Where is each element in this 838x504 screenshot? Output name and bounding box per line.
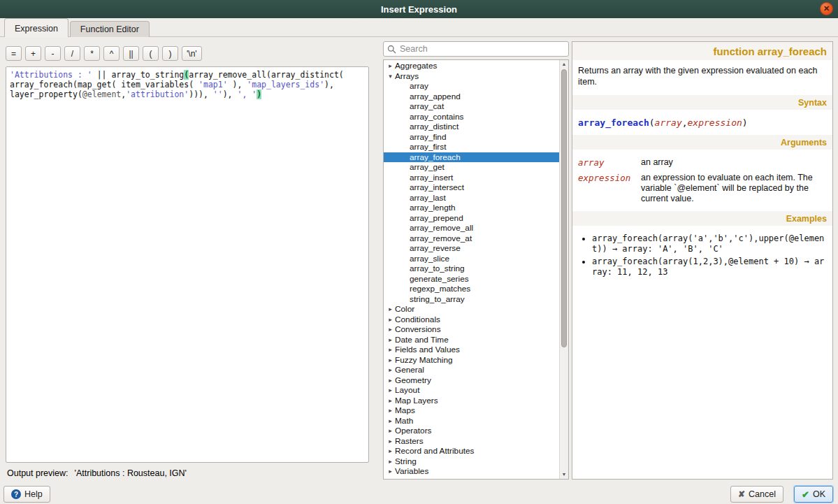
help-button[interactable]: ? Help xyxy=(3,486,50,503)
tree-group-layout[interactable]: ▸Layout xyxy=(384,385,559,396)
chevron-right-icon[interactable]: ▸ xyxy=(386,357,395,363)
cancel-icon: ✘ xyxy=(738,489,745,499)
function-item-array-append[interactable]: array_append xyxy=(384,92,559,102)
tree-group-variables[interactable]: ▸Variables xyxy=(384,466,559,477)
tree-group-fields-and-values[interactable]: ▸Fields and Values xyxy=(384,345,559,355)
operator-button[interactable]: ) xyxy=(162,46,178,61)
tree-label: array_prepend xyxy=(410,213,463,223)
tree-group-conditionals[interactable]: ▸Conditionals xyxy=(384,315,559,325)
chevron-right-icon[interactable]: ▸ xyxy=(386,468,395,475)
function-item-array-cat[interactable]: array_cat xyxy=(384,101,559,112)
tree-label: array_find xyxy=(410,132,446,142)
tree-label: array_remove_all xyxy=(410,223,473,233)
function-item-array[interactable]: array xyxy=(384,81,559,92)
scroll-up-icon[interactable]: ▲ xyxy=(560,60,568,69)
function-tree: ▸Aggregates▾Arraysarrayarray_appendarray… xyxy=(383,59,569,480)
tree-group-date-and-time[interactable]: ▸Date and Time xyxy=(384,335,559,345)
operator-button[interactable]: '\n' xyxy=(182,46,202,61)
function-item-array-first[interactable]: array_first xyxy=(384,142,559,152)
tree-label: Map Layers xyxy=(395,396,438,405)
chevron-right-icon[interactable]: ▸ xyxy=(386,478,395,480)
function-item-array-foreach[interactable]: array_foreach xyxy=(384,152,559,163)
chevron-right-icon[interactable]: ▸ xyxy=(386,458,395,465)
expression-editor[interactable]: 'Attributions : ' || array_to_string(arr… xyxy=(6,66,369,463)
chevron-right-icon[interactable]: ▸ xyxy=(386,336,395,343)
chevron-right-icon[interactable]: ▸ xyxy=(386,62,395,69)
chevron-right-icon[interactable]: ▸ xyxy=(386,447,395,454)
syntax-function-name: array_foreach xyxy=(578,117,649,128)
cancel-button[interactable]: ✘ Cancel xyxy=(730,486,783,503)
window-titlebar: Insert Expression ✕ xyxy=(0,0,838,18)
operator-button[interactable]: ( xyxy=(143,46,159,61)
function-item-array-intersect[interactable]: array_intersect xyxy=(384,182,559,193)
function-item-array-slice[interactable]: array_slice xyxy=(384,254,559,264)
tree-group-conversions[interactable]: ▸Conversions xyxy=(384,324,559,335)
chevron-right-icon[interactable]: ▸ xyxy=(386,417,395,424)
function-item-array-find[interactable]: array_find xyxy=(384,132,559,143)
window-close-button[interactable]: ✕ xyxy=(820,2,833,15)
tree-group-aggregates[interactable]: ▸Aggregates xyxy=(384,61,559,71)
function-item-array-last[interactable]: array_last xyxy=(384,193,559,203)
tree-group-general[interactable]: ▸General xyxy=(384,365,559,375)
operator-button[interactable]: || xyxy=(123,46,139,61)
tree-group-map-layers[interactable]: ▸Map Layers xyxy=(384,396,559,406)
search-input[interactable] xyxy=(400,44,565,54)
chevron-right-icon[interactable]: ▸ xyxy=(386,427,395,434)
ok-button-label: OK xyxy=(813,489,825,499)
output-preview: Output preview:'Attributions : Rousteau,… xyxy=(7,468,187,478)
tree-scrollbar[interactable]: ▲ ▼ xyxy=(559,60,568,479)
tree-group-maps[interactable]: ▸Maps xyxy=(384,405,559,416)
function-item-regexp-matches[interactable]: regexp_matches xyxy=(384,284,559,294)
ok-button[interactable]: ✔ OK xyxy=(794,486,833,503)
help-description: Returns an array with the given expressi… xyxy=(572,60,832,89)
tree-group-fuzzy-matching[interactable]: ▸Fuzzy Matching xyxy=(384,355,559,366)
chevron-right-icon[interactable]: ▸ xyxy=(386,316,395,323)
operator-button[interactable]: ^ xyxy=(103,46,120,61)
code-line: array_foreach(map_get( item_variables( '… xyxy=(10,80,365,89)
chevron-right-icon[interactable]: ▸ xyxy=(386,366,395,373)
tree-label: array_slice xyxy=(410,254,449,264)
function-item-array-remove-all[interactable]: array_remove_all xyxy=(384,223,559,233)
chevron-down-icon[interactable]: ▾ xyxy=(386,73,395,80)
operator-button[interactable]: / xyxy=(64,46,80,61)
tree-group-geometry[interactable]: ▸Geometry xyxy=(384,375,559,386)
function-item-array-to-string[interactable]: array_to_string xyxy=(384,264,559,274)
tab-function-editor[interactable]: Function Editor xyxy=(70,21,150,37)
operator-button[interactable]: * xyxy=(84,46,100,61)
operator-button[interactable]: = xyxy=(6,46,22,61)
function-item-array-insert[interactable]: array_insert xyxy=(384,173,559,183)
chevron-right-icon[interactable]: ▸ xyxy=(386,377,395,384)
scroll-down-icon[interactable]: ▼ xyxy=(560,470,568,479)
function-item-array-remove-at[interactable]: array_remove_at xyxy=(384,233,559,244)
tree-group-string[interactable]: ▸String xyxy=(384,456,559,467)
function-item-array-length[interactable]: array_length xyxy=(384,203,559,213)
operator-button[interactable]: + xyxy=(25,46,41,61)
chevron-right-icon[interactable]: ▸ xyxy=(386,438,395,445)
tree-group-color[interactable]: ▸Color xyxy=(384,304,559,315)
argument-description: an expression to evaluate on each item. … xyxy=(641,173,827,204)
function-item-string-to-array[interactable]: string_to_array xyxy=(384,294,559,305)
function-item-array-distinct[interactable]: array_distinct xyxy=(384,122,559,132)
scrollbar-thumb[interactable] xyxy=(561,69,567,347)
chevron-right-icon[interactable]: ▸ xyxy=(386,326,395,333)
tree-group-rasters[interactable]: ▸Rasters xyxy=(384,436,559,447)
tree-group-record-and-attributes[interactable]: ▸Record and Attributes xyxy=(384,446,559,456)
tree-group-recent-generic[interactable]: ▸Recent (generic) xyxy=(384,477,559,480)
tab-expression[interactable]: Expression xyxy=(4,18,68,37)
tab-bar: Expression Function Editor xyxy=(0,18,838,37)
chevron-right-icon[interactable]: ▸ xyxy=(386,346,395,353)
function-item-generate-series[interactable]: generate_series xyxy=(384,274,559,285)
chevron-right-icon[interactable]: ▸ xyxy=(386,407,395,414)
function-item-array-contains[interactable]: array_contains xyxy=(384,112,559,122)
chevron-right-icon[interactable]: ▸ xyxy=(386,387,395,394)
tree-label: Arrays xyxy=(395,71,419,81)
chevron-right-icon[interactable]: ▸ xyxy=(386,397,395,404)
tree-group-math[interactable]: ▸Math xyxy=(384,416,559,426)
operator-button[interactable]: - xyxy=(45,46,61,61)
function-item-array-get[interactable]: array_get xyxy=(384,162,559,173)
chevron-right-icon[interactable]: ▸ xyxy=(386,305,395,312)
function-item-array-reverse[interactable]: array_reverse xyxy=(384,243,559,254)
tree-group-arrays[interactable]: ▾Arrays xyxy=(384,71,559,82)
tree-group-operators[interactable]: ▸Operators xyxy=(384,426,559,436)
function-item-array-prepend[interactable]: array_prepend xyxy=(384,213,559,224)
